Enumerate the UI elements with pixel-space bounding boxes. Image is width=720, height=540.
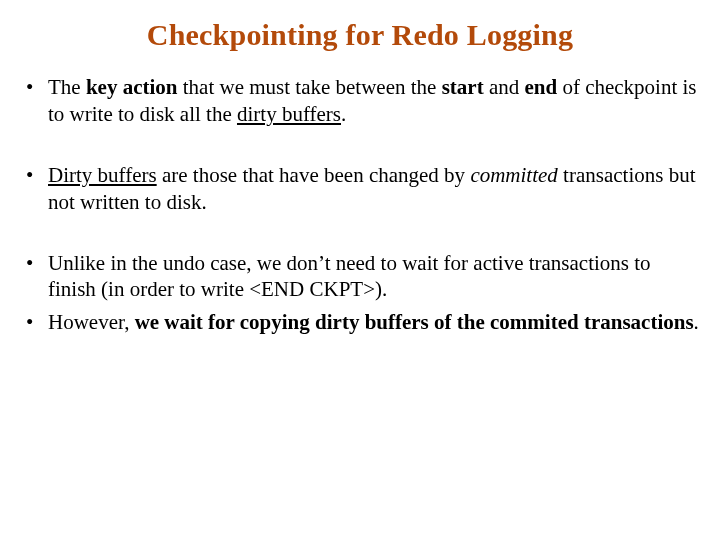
bullet-item: Dirty buffers are those that have been c… bbox=[20, 162, 700, 216]
text: and bbox=[484, 75, 525, 99]
slide: Checkpointing for Redo Logging The key a… bbox=[0, 0, 720, 540]
text: Unlike in the undo case, we don’t need t… bbox=[48, 251, 651, 302]
text-bold: key action bbox=[86, 75, 178, 99]
text: are those that have been changed by bbox=[157, 163, 471, 187]
bullet-item: However, we wait for copying dirty buffe… bbox=[20, 309, 700, 336]
bullet-item: Unlike in the undo case, we don’t need t… bbox=[20, 250, 700, 304]
text-italic: committed bbox=[470, 163, 557, 187]
spacer bbox=[20, 134, 700, 162]
bullet-list: The key action that we must take between… bbox=[20, 74, 700, 128]
text: . bbox=[694, 310, 699, 334]
text-bold: we wait for copying dirty buffers of the… bbox=[135, 310, 694, 334]
bullet-list: Dirty buffers are those that have been c… bbox=[20, 162, 700, 216]
text: However, bbox=[48, 310, 135, 334]
text: The bbox=[48, 75, 86, 99]
text-underline: Dirty buffers bbox=[48, 163, 157, 187]
slide-title: Checkpointing for Redo Logging bbox=[20, 18, 700, 52]
text-bold: start bbox=[442, 75, 484, 99]
text: . bbox=[341, 102, 346, 126]
text: that we must take between the bbox=[177, 75, 441, 99]
bullet-item: The key action that we must take between… bbox=[20, 74, 700, 128]
bullet-list: Unlike in the undo case, we don’t need t… bbox=[20, 250, 700, 337]
text-underline: dirty buffers bbox=[237, 102, 341, 126]
text-bold: end bbox=[524, 75, 557, 99]
spacer bbox=[20, 222, 700, 250]
